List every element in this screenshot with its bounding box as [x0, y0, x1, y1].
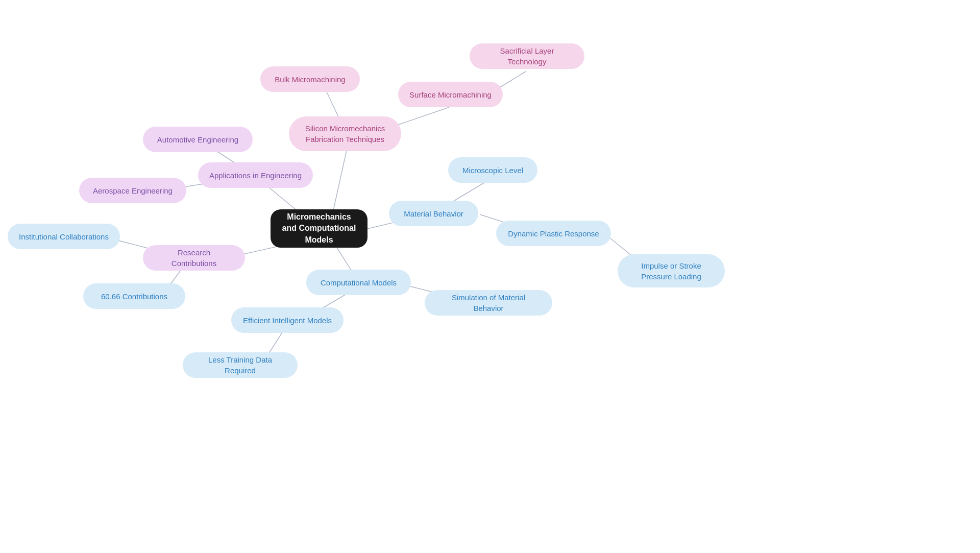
research-contributions-node[interactable]: Research Contributions [143, 245, 245, 271]
less-training-node[interactable]: Less Training Data Required [183, 352, 298, 378]
aerospace-engineering-node[interactable]: Aerospace Engineering [79, 178, 186, 203]
contributions-count-node[interactable]: 60.66 Contributions [83, 283, 185, 309]
bulk-micromachining-node[interactable]: Bulk Micromachining [260, 66, 360, 92]
material-behavior-node[interactable]: Material Behavior [389, 201, 478, 226]
impulse-stroke-label: Impulse or Stroke Pressure Loading [629, 260, 714, 282]
center-label: Micromechanics and Computational Models [282, 211, 356, 246]
efficient-intelligent-node[interactable]: Efficient Intelligent Models [231, 307, 344, 333]
bulk-micromachining-label: Bulk Micromachining [275, 74, 345, 85]
impulse-stroke-node[interactable]: Impulse or Stroke Pressure Loading [618, 254, 725, 287]
microscopic-level-label: Microscopic Level [462, 165, 523, 176]
center-node: Micromechanics and Computational Models [271, 209, 368, 248]
simulation-material-label: Simulation of Material Behavior [436, 292, 541, 314]
efficient-intelligent-label: Efficient Intelligent Models [243, 315, 332, 326]
automotive-engineering-label: Automotive Engineering [157, 134, 238, 145]
applications-engineering-node[interactable]: Applications in Engineering [198, 162, 313, 188]
sacrificial-layer-label: Sacrificial Layer Technology [481, 45, 573, 67]
surface-micromachining-label: Surface Micromachining [409, 89, 492, 100]
automotive-engineering-node[interactable]: Automotive Engineering [143, 127, 253, 152]
silicon-micromechanics-node[interactable]: Silicon Micromechanics Fabrication Techn… [289, 116, 401, 151]
silicon-micromechanics-label: Silicon Micromechanics Fabrication Techn… [300, 123, 390, 145]
institutional-collaborations-label: Institutional Collaborations [19, 231, 109, 242]
dynamic-plastic-response-node[interactable]: Dynamic Plastic Response [496, 221, 611, 246]
less-training-label: Less Training Data Required [194, 354, 286, 376]
dynamic-plastic-response-label: Dynamic Plastic Response [508, 228, 599, 239]
surface-micromachining-node[interactable]: Surface Micromachining [398, 82, 503, 107]
aerospace-engineering-label: Aerospace Engineering [93, 185, 173, 196]
research-contributions-label: Research Contributions [154, 247, 234, 269]
sacrificial-layer-node[interactable]: Sacrificial Layer Technology [470, 43, 584, 69]
simulation-material-node[interactable]: Simulation of Material Behavior [425, 290, 552, 316]
institutional-collaborations-node[interactable]: Institutional Collaborations [8, 224, 120, 249]
material-behavior-label: Material Behavior [404, 208, 463, 219]
computational-models-node[interactable]: Computational Models [306, 270, 411, 295]
applications-engineering-label: Applications in Engineering [209, 170, 302, 181]
contributions-count-label: 60.66 Contributions [101, 291, 167, 302]
microscopic-level-node[interactable]: Microscopic Level [448, 157, 537, 183]
computational-models-label: Computational Models [321, 277, 397, 288]
